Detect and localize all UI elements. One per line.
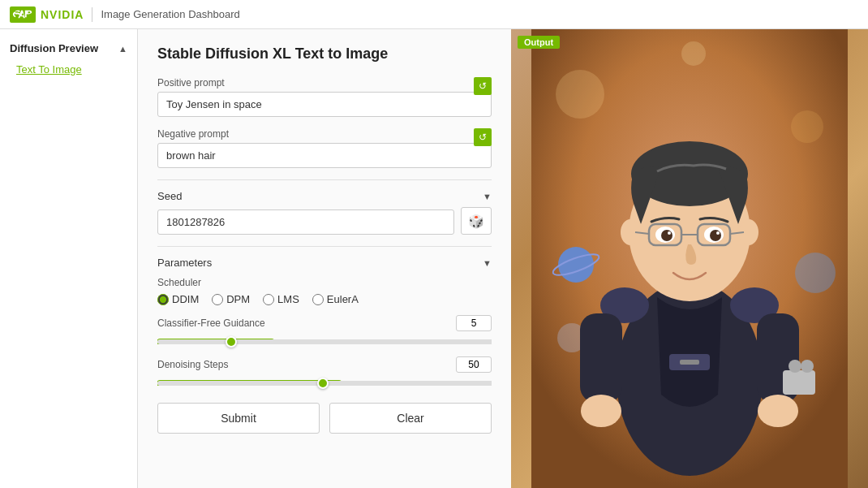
seed-field-group [157,209,454,235]
radio-dpm-input[interactable] [212,294,223,305]
nvidia-text: NVIDIA [41,8,84,21]
radio-ddim-label: DDIM [172,293,199,305]
svg-point-2 [791,110,823,143]
clear-button[interactable]: Clear [329,403,492,434]
radio-lms-label: LMS [277,293,299,305]
svg-point-3 [681,41,706,66]
svg-point-31 [558,247,594,283]
topbar-divider [92,7,92,22]
radio-lms[interactable]: LMS [263,293,299,305]
submit-button[interactable]: Submit [157,403,320,434]
radio-lms-input[interactable] [263,294,274,305]
divider-1 [157,179,492,180]
svg-point-29 [581,395,621,427]
button-row: Submit Clear [157,403,492,434]
svg-rect-27 [580,313,622,403]
denoise-slider[interactable] [157,381,492,386]
positive-prompt-refresh-button[interactable]: ↺ [474,77,492,95]
cfg-value-input[interactable] [456,315,492,331]
seed-dice-button[interactable]: 🎲 [461,207,492,235]
character-svg [531,29,848,488]
form-panel: Stable Diffusion XL Text to Image Positi… [138,29,511,488]
sidebar: Diffusion Preview ▲ Text To Image [0,29,138,488]
seed-header: Seed ▼ [157,190,492,202]
negative-prompt-input[interactable] [157,143,492,168]
sidebar-section-diffusion[interactable]: Diffusion Preview ▲ [0,37,137,59]
svg-point-34 [789,360,801,373]
denoise-value-input[interactable] [456,356,492,373]
svg-point-4 [795,253,836,293]
divider-2 [157,246,492,247]
page-title: Stable Diffusion XL Text to Image [157,45,492,63]
svg-point-25 [668,231,671,235]
denoise-slider-row: Denoising Steps [157,356,492,373]
seed-section: Seed ▼ 🎲 [157,190,492,235]
params-section: Parameters ▼ Scheduler DDIM DPM [157,257,492,388]
negative-prompt-label: Negative prompt [157,128,492,140]
main-layout: Diffusion Preview ▲ Text To Image Stable… [0,29,868,488]
seed-dropdown-icon: ▼ [483,192,492,201]
radio-ddim[interactable]: DDIM [157,293,199,305]
negative-prompt-group: Negative prompt ↺ [157,128,492,168]
positive-prompt-input[interactable] [157,92,492,117]
scheduler-label: Scheduler [157,277,492,288]
radio-ddim-input[interactable] [157,294,169,305]
text-to-image-link[interactable]: Text To Image [16,63,82,76]
seed-input[interactable] [157,209,454,235]
radio-eulera-input[interactable] [312,294,324,305]
cfg-label: Classifier-Free Guidance [157,317,265,329]
output-image [511,29,868,488]
positive-prompt-group: Positive prompt ↺ [157,77,492,117]
nvidia-logo-icon [10,6,36,23]
topbar: NVIDIA Image Generation Dashboard [0,0,868,29]
nvidia-svg-icon [11,9,34,20]
nvidia-logo: NVIDIA [10,6,84,23]
sidebar-chevron-icon: ▲ [118,44,127,54]
seed-label: Seed [157,190,182,202]
svg-rect-33 [783,370,815,395]
svg-point-1 [556,70,604,119]
radio-eulera-label: EulerA [327,293,359,305]
topbar-title: Image Generation Dashboard [101,8,239,20]
params-label: Parameters [157,257,212,269]
radio-dpm[interactable]: DPM [212,293,250,305]
output-badge: Output [518,36,560,49]
scheduler-group: Scheduler DDIM DPM LMS [157,277,492,305]
cfg-slider[interactable] [157,339,492,344]
scheduler-radio-group: DDIM DPM LMS EulerA [157,293,492,305]
sidebar-section-label: Diffusion Preview [10,42,98,54]
svg-point-23 [661,230,672,241]
output-panel: Output [511,29,868,488]
radio-eulera[interactable]: EulerA [312,293,359,305]
svg-point-35 [801,360,814,373]
positive-prompt-label: Positive prompt [157,77,492,89]
radio-dpm-label: DPM [226,293,250,305]
svg-point-26 [716,231,720,235]
params-dropdown-icon: ▼ [483,258,492,268]
cfg-slider-row: Classifier-Free Guidance [157,315,492,331]
denoise-slider-group: Denoising Steps [157,356,492,388]
seed-row: 🎲 [157,207,492,235]
cfg-slider-group: Classifier-Free Guidance [157,315,492,347]
sidebar-item-text-to-image[interactable]: Text To Image [0,59,137,80]
denoise-slider-wrap [157,376,492,388]
svg-rect-8 [680,360,699,365]
negative-prompt-refresh-button[interactable]: ↺ [474,128,492,146]
content-area: Stable Diffusion XL Text to Image Positi… [138,29,868,488]
cfg-slider-wrap [157,335,492,347]
svg-point-30 [758,395,798,427]
params-header: Parameters ▼ [157,257,492,269]
svg-point-24 [710,230,721,241]
denoise-label: Denoising Steps [157,359,228,370]
